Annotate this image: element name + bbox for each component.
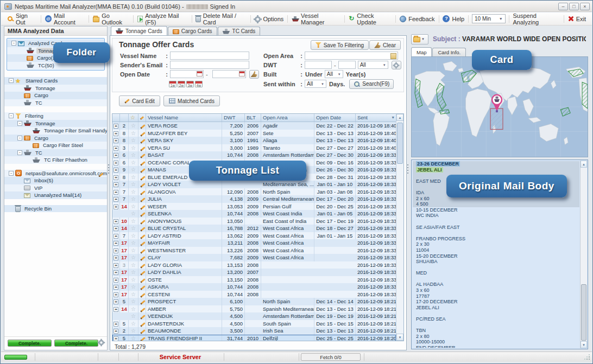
- matched-cards-button[interactable]: Matched Cards: [163, 95, 220, 106]
- scrollbar-thumb[interactable]: [397, 123, 403, 164]
- edit-pencil-icon[interactable]: [140, 234, 146, 239]
- tree-collapse-icon[interactable]: -: [17, 121, 22, 126]
- sidebar-item-starred-cards[interactable]: -Starred Cards: [4, 77, 107, 85]
- vessel-name-input[interactable]: [170, 52, 249, 60]
- tree-collapse-icon[interactable]: -: [9, 78, 14, 83]
- expand-row-icon[interactable]: +: [113, 226, 118, 231]
- edit-pencil-icon[interactable]: [140, 293, 146, 298]
- scrollbar-thumb[interactable]: [581, 284, 586, 341]
- sidebar-item-cargo[interactable]: -Cargo: [4, 135, 107, 142]
- star-icon[interactable]: ☆: [131, 123, 136, 129]
- edit-pencil-icon[interactable]: [140, 241, 146, 246]
- maximize-button[interactable]: □: [569, 3, 579, 10]
- scroll-down-icon[interactable]: ▼: [581, 341, 587, 348]
- edit-pencil-icon[interactable]: [140, 220, 146, 225]
- star-icon[interactable]: ☆: [131, 145, 136, 151]
- sign-out-button[interactable]: Sign Out: [4, 11, 40, 27]
- dwt-settings-button[interactable]: [392, 61, 401, 69]
- calendar-icon[interactable]: [239, 71, 245, 76]
- table-row[interactable]: +7☆LADY VIOLETMediterranean Sea, ...Jan …: [112, 181, 396, 188]
- edit-pencil-icon[interactable]: [140, 322, 146, 327]
- table-row[interactable]: +7☆ALANGOVA12,0902008North SpainJan 03 -…: [112, 188, 396, 196]
- search-button[interactable]: Search(F9): [349, 79, 394, 89]
- edit-pencil-icon[interactable]: [140, 212, 146, 217]
- sidebar-item-filtering[interactable]: -Filtering: [4, 112, 107, 120]
- dwt-unit-select[interactable]: All▼: [358, 61, 388, 69]
- edit-pencil-icon[interactable]: [98, 171, 104, 177]
- edit-pencil-icon[interactable]: [140, 337, 146, 341]
- tab-map[interactable]: Map: [411, 47, 432, 56]
- edit-pencil-icon[interactable]: [140, 256, 146, 261]
- sent-within-select[interactable]: All▼: [305, 80, 326, 88]
- star-icon[interactable]: ☆: [131, 254, 136, 260]
- table-row[interactable]: +2☆BEAUMONDE3,500Irish SeaDec 13 - Dec 1…: [112, 327, 396, 335]
- expand-row-icon[interactable]: +: [113, 256, 118, 260]
- expand-row-icon[interactable]: +: [113, 190, 118, 195]
- expand-row-icon[interactable]: +: [113, 182, 118, 187]
- expand-row-icon[interactable]: +: [113, 197, 118, 202]
- scroll-up-icon[interactable]: ▲: [581, 161, 587, 168]
- table-row[interactable]: +7☆JULIA4,1382009Central Mediterranean S…: [112, 195, 396, 203]
- week-1-button[interactable]: 1w: [169, 81, 176, 87]
- sidebar-item-vip[interactable]: VIP: [4, 184, 107, 192]
- star-icon[interactable]: ☆: [131, 174, 136, 180]
- star-icon[interactable]: ☆: [131, 247, 136, 253]
- header-dwt[interactable]: DWT: [222, 114, 245, 122]
- star-icon[interactable]: ☆: [131, 313, 136, 319]
- table-row[interactable]: +17☆CLAY7,6822009West Coast Africa2016-1…: [112, 254, 396, 261]
- open-date-to-input[interactable]: [212, 70, 246, 78]
- expand-row-icon[interactable]: +: [113, 138, 118, 143]
- expand-row-icon[interactable]: +: [113, 248, 118, 253]
- edit-pencil-icon[interactable]: [140, 168, 146, 173]
- expand-row-icon[interactable]: +: [113, 175, 118, 180]
- expand-row-icon[interactable]: +: [113, 205, 118, 209]
- resize-grip[interactable]: [589, 359, 590, 360]
- edit-pencil-icon[interactable]: [140, 139, 146, 144]
- suspend-analyzing-button[interactable]: Suspend Analyzing: [510, 11, 563, 27]
- star-icon[interactable]: ☆: [131, 218, 136, 224]
- tab-cargo-cards[interactable]: Cargo Cards: [168, 27, 217, 35]
- expand-row-icon[interactable]: +: [113, 292, 118, 297]
- clear-button[interactable]: Clear: [369, 40, 401, 50]
- expand-row-icon[interactable]: +: [113, 234, 118, 239]
- edit-pencil-icon[interactable]: [140, 308, 146, 312]
- table-row[interactable]: +14☆WESER13,0532009Persian GulfDec 20 - …: [112, 203, 396, 210]
- star-icon[interactable]: ☆: [131, 262, 136, 268]
- built-year-select[interactable]: All▼: [325, 70, 343, 78]
- sidebar-item-inbox-5[interactable]: Inbox(5): [4, 177, 107, 184]
- scroll-up-icon[interactable]: ▲: [396, 114, 403, 121]
- star-icon[interactable]: ☆: [131, 306, 136, 312]
- table-row[interactable]: +7☆LADY ASTRID13,0622009West Coast Afric…: [112, 232, 396, 240]
- tree-collapse-icon[interactable]: -: [17, 150, 22, 155]
- week-2-button[interactable]: 2w: [178, 81, 185, 87]
- expand-row-icon[interactable]: +: [113, 219, 118, 224]
- week-4-button[interactable]: 4w: [195, 81, 203, 87]
- star-icon[interactable]: ☆: [131, 189, 136, 195]
- expand-row-icon[interactable]: +: [113, 131, 118, 136]
- edit-pencil-icon[interactable]: [140, 264, 146, 269]
- edit-pencil-icon[interactable]: [140, 278, 146, 283]
- tree-collapse-icon[interactable]: -: [17, 136, 22, 141]
- table-row[interactable]: +8☆MUZAFFER BEY5,2502007SeteDec 13 - Dec…: [112, 130, 396, 137]
- star-icon[interactable]: ☆: [131, 159, 136, 165]
- help-button[interactable]: Help: [440, 14, 467, 23]
- go-outlook-button[interactable]: Go Outlook: [90, 11, 132, 27]
- table-row[interactable]: +10☆ANONYMOUS13,050East Coast of IndiaDe…: [112, 218, 396, 225]
- edit-pencil-icon[interactable]: [140, 124, 146, 129]
- sidebar-item-tonnage[interactable]: -Tonnage: [4, 120, 107, 127]
- tab-tonnage-cards[interactable]: Tonnage Cards: [111, 26, 167, 35]
- star-icon[interactable]: ☆: [131, 225, 136, 231]
- star-icon[interactable]: ☆: [131, 269, 136, 275]
- edit-pencil-icon[interactable]: [140, 190, 146, 195]
- header-open-date[interactable]: Open Date: [314, 114, 356, 122]
- sidebar-item-netpas-seafuture-onmicrosoft-com[interactable]: -netpas@seafuture.onmicrosoft.com: [4, 170, 107, 177]
- card-edit-button[interactable]: Card Edit: [119, 95, 160, 106]
- save-to-filtering-button[interactable]: Save To Filtering: [311, 40, 369, 50]
- edit-pencil-icon[interactable]: [140, 197, 146, 202]
- star-icon[interactable]: ☆: [131, 298, 136, 304]
- star-icon[interactable]: ☆: [131, 284, 136, 290]
- vessel-manager-button[interactable]: Vessel Manager: [289, 11, 343, 27]
- star-icon[interactable]: ☆: [131, 210, 136, 216]
- table-scrollbar[interactable]: ▲ ▼: [396, 114, 403, 341]
- scroll-down-icon[interactable]: ▼: [396, 334, 403, 341]
